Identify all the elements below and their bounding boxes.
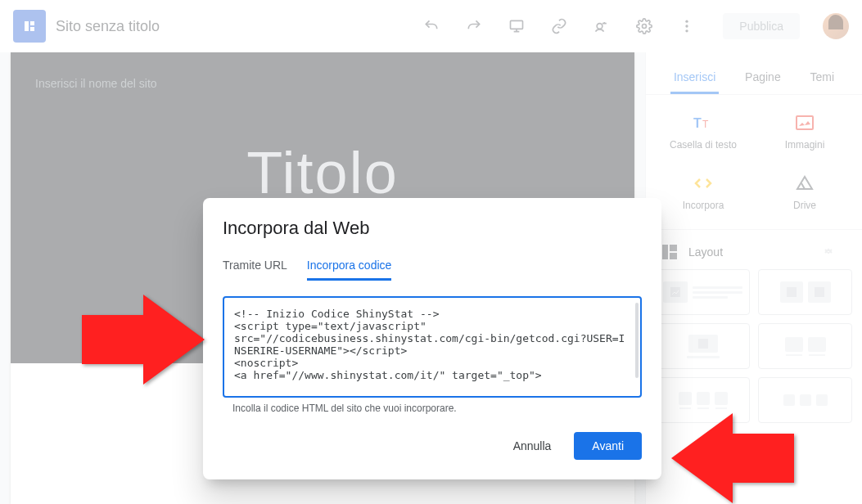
link-button[interactable]	[543, 10, 575, 43]
annotation-arrow-left	[82, 295, 205, 385]
layout-option-4[interactable]	[758, 323, 852, 369]
preview-button[interactable]	[500, 10, 533, 43]
embed-helper-text: Incolla il codice HTML del sito che vuoi…	[232, 403, 642, 414]
image-icon	[795, 113, 815, 133]
svg-text:T: T	[702, 119, 709, 130]
tab-insert[interactable]: Inserisci	[670, 62, 719, 94]
svg-rect-4	[511, 20, 523, 29]
sites-logo	[13, 10, 46, 43]
svg-rect-1	[25, 21, 29, 31]
insert-images-label: Immagini	[785, 139, 825, 151]
svg-rect-18	[815, 287, 824, 297]
embed-icon	[693, 173, 713, 193]
layout-grid	[656, 269, 852, 423]
insert-drive-label: Drive	[793, 200, 816, 211]
embed-dialog: Incorpora dal Web Tramite URL Incorpora …	[203, 198, 661, 479]
insert-textbox-label: Casella di testo	[670, 139, 737, 151]
toolbar: Pubblica	[415, 10, 849, 43]
text-icon: TT	[693, 113, 713, 133]
panel-tabs: Inserisci Pagine Temi	[646, 52, 862, 95]
dialog-tab-url[interactable]: Tramite URL	[223, 252, 287, 281]
annotation-arrow-right	[671, 413, 794, 503]
insert-textbox[interactable]: TT Casella di testo	[656, 105, 751, 159]
svg-rect-16	[670, 287, 680, 297]
tab-themes[interactable]: Temi	[807, 62, 838, 94]
embed-code-input[interactable]: <!-- Inizio Codice ShinyStat --> <script…	[223, 296, 642, 398]
avatar[interactable]	[823, 13, 849, 39]
dialog-title: Incorpora dal Web	[223, 218, 642, 239]
dialog-tab-code[interactable]: Incorpora codice	[307, 252, 392, 281]
svg-rect-13	[662, 245, 668, 259]
settings-button[interactable]	[628, 10, 661, 43]
svg-rect-12	[797, 116, 813, 129]
svg-rect-19	[698, 339, 708, 349]
topbar: Sito senza titolo Pubblica	[0, 0, 862, 52]
svg-rect-14	[670, 245, 677, 251]
share-button[interactable]	[585, 10, 618, 43]
next-button[interactable]: Avanti	[574, 432, 642, 460]
layout-icon	[662, 245, 677, 259]
svg-point-8	[686, 25, 688, 27]
layout-option-2[interactable]	[758, 269, 852, 315]
svg-rect-0	[22, 19, 37, 34]
svg-rect-2	[30, 21, 34, 25]
layout-option-1[interactable]	[656, 269, 750, 315]
svg-text:T: T	[693, 116, 702, 130]
undo-button[interactable]	[415, 10, 448, 43]
drive-icon	[795, 173, 815, 193]
svg-rect-3	[30, 27, 34, 31]
layout-option-3[interactable]	[656, 323, 750, 369]
insert-images[interactable]: Immagini	[757, 105, 852, 159]
publish-button: Pubblica	[723, 13, 800, 39]
cancel-button[interactable]: Annulla	[499, 432, 566, 460]
insert-embed[interactable]: Incorpora	[656, 165, 751, 219]
redo-button[interactable]	[458, 10, 490, 43]
tab-pages[interactable]: Pagine	[742, 62, 784, 94]
site-title[interactable]: Sito senza titolo	[56, 18, 160, 35]
svg-rect-15	[670, 253, 677, 259]
svg-point-7	[686, 20, 688, 23]
page-title[interactable]: Titolo	[35, 139, 610, 206]
collapse-icon	[823, 245, 846, 259]
svg-rect-17	[787, 287, 797, 297]
layout-label: Layout	[688, 245, 723, 259]
svg-point-5	[597, 24, 602, 29]
insert-embed-label: Incorpora	[683, 200, 724, 211]
insert-drive[interactable]: Drive	[757, 165, 852, 219]
layout-header[interactable]: Layout	[656, 240, 852, 269]
more-button[interactable]	[670, 10, 703, 43]
site-name-placeholder[interactable]: Inserisci il nome del sito	[35, 77, 610, 90]
svg-point-6	[643, 25, 647, 29]
svg-point-9	[686, 29, 688, 32]
